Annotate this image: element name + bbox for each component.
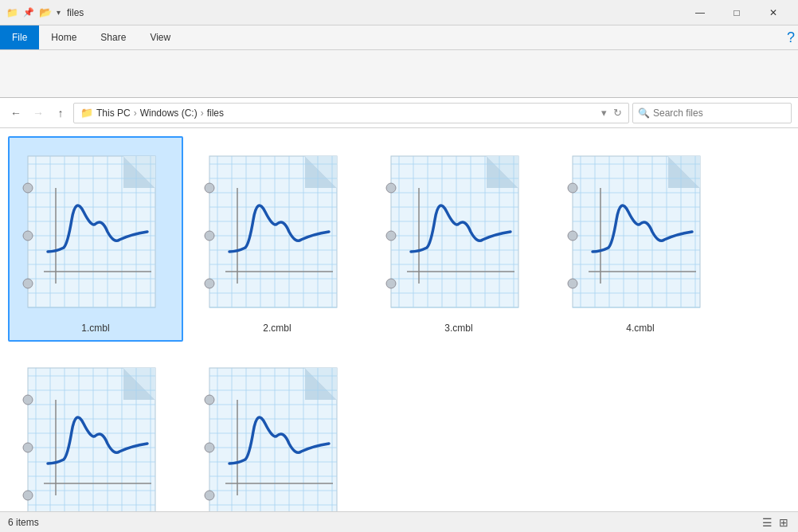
- file-thumbnail: [371, 144, 546, 319]
- svg-point-165: [205, 491, 214, 500]
- svg-point-136: [23, 443, 33, 452]
- svg-point-53: [205, 279, 214, 288]
- svg-point-107: [568, 183, 577, 193]
- title-controls: — □ ✕: [682, 0, 792, 25]
- file-item[interactable]: 3.cmbl: [371, 136, 546, 342]
- svg-point-81: [386, 279, 396, 288]
- svg-point-79: [386, 183, 396, 193]
- tab-share[interactable]: Share: [88, 25, 138, 49]
- path-folder-icon: 📁: [80, 107, 93, 119]
- file-name: 1.cmbl: [81, 323, 109, 334]
- svg-point-163: [205, 395, 214, 405]
- svg-point-135: [23, 395, 33, 405]
- path-windows-c[interactable]: Windows (C:): [140, 108, 198, 119]
- minimize-button[interactable]: —: [682, 0, 718, 25]
- dropdown-arrow[interactable]: ▾: [57, 8, 61, 17]
- title-bar-icons: 📁 📌 📂 ▾: [6, 6, 61, 18]
- back-button[interactable]: ←: [6, 104, 25, 123]
- svg-point-25: [23, 279, 33, 288]
- file-thumbnail: [8, 356, 183, 511]
- file-name: 2.cmbl: [263, 323, 291, 334]
- file-thumbnail: [8, 144, 183, 319]
- svg-point-80: [386, 231, 396, 241]
- item-count: 6 items: [8, 517, 39, 528]
- svg-point-52: [205, 231, 214, 241]
- search-icon: 🔍: [638, 108, 650, 119]
- expand-address-button[interactable]: ▾: [601, 107, 607, 119]
- app-icon: 📁: [6, 7, 18, 18]
- refresh-button[interactable]: ↻: [613, 107, 622, 119]
- svg-point-51: [205, 183, 214, 193]
- forward-button[interactable]: →: [29, 104, 48, 123]
- file-area: 1.cmbl2.cmbl3.cmbl4.cmbl5.cmbl6.cmbl: [0, 128, 798, 511]
- svg-point-108: [568, 231, 577, 241]
- file-item[interactable]: 1.cmbl: [8, 136, 183, 342]
- details-view-button[interactable]: ☰: [761, 514, 774, 530]
- file-item[interactable]: 2.cmbl: [190, 136, 365, 342]
- file-thumbnail: [190, 356, 365, 511]
- file-name: 3.cmbl: [444, 323, 472, 334]
- up-button[interactable]: ↑: [51, 104, 70, 123]
- file-item[interactable]: 4.cmbl: [553, 136, 728, 342]
- file-thumbnail: [190, 144, 365, 319]
- ribbon-tabs: File Home Share View ?: [0, 25, 798, 49]
- search-box[interactable]: 🔍: [632, 103, 792, 123]
- path-this-pc[interactable]: This PC: [96, 108, 131, 119]
- tab-view[interactable]: View: [138, 25, 182, 49]
- ribbon-content: [0, 49, 798, 97]
- large-icons-view-button[interactable]: ⊞: [777, 514, 790, 530]
- ribbon: File Home Share View ?: [0, 25, 798, 98]
- quick-access-pin[interactable]: 📌: [23, 7, 34, 18]
- file-item[interactable]: 5.cmbl: [8, 348, 183, 511]
- file-name: 4.cmbl: [626, 323, 654, 334]
- file-thumbnail: [553, 144, 728, 319]
- title-bar: 📁 📌 📂 ▾ files — □ ✕: [0, 0, 798, 25]
- tab-file[interactable]: File: [0, 25, 39, 49]
- maximize-button[interactable]: □: [718, 0, 755, 25]
- help-button[interactable]: ?: [787, 29, 795, 46]
- svg-point-23: [23, 183, 33, 193]
- view-controls: ☰ ⊞: [761, 514, 790, 530]
- svg-point-137: [23, 491, 33, 500]
- file-item[interactable]: 6.cmbl: [190, 348, 365, 511]
- search-input[interactable]: [653, 108, 786, 119]
- status-bar: 6 items ☰ ⊞: [0, 511, 798, 532]
- svg-point-24: [23, 231, 33, 241]
- close-button[interactable]: ✕: [755, 0, 792, 25]
- window-title: files: [67, 7, 84, 18]
- main-content: 1.cmbl2.cmbl3.cmbl4.cmbl5.cmbl6.cmbl: [0, 128, 798, 511]
- path-files[interactable]: files: [207, 108, 224, 119]
- address-path[interactable]: 📁 This PC › Windows (C:) › files ▾ ↻: [73, 103, 629, 123]
- svg-point-109: [568, 279, 577, 288]
- address-bar: ← → ↑ 📁 This PC › Windows (C:) › files ▾…: [0, 98, 798, 128]
- tab-home[interactable]: Home: [39, 25, 88, 49]
- quick-access-folder[interactable]: 📂: [39, 6, 52, 18]
- svg-point-164: [205, 443, 214, 452]
